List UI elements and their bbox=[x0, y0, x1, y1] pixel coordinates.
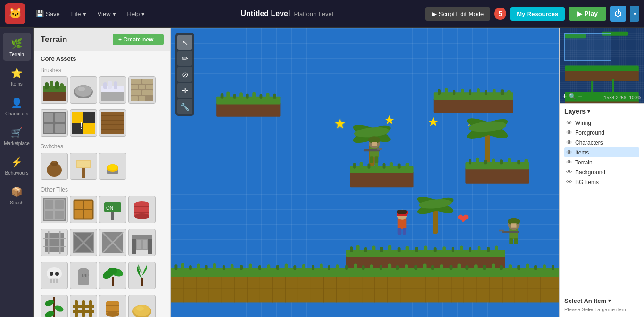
svg-point-46 bbox=[108, 164, 117, 170]
zoom-in-button[interactable]: + bbox=[562, 92, 567, 100]
tiles-grid-4 bbox=[34, 293, 170, 317]
asset-warning[interactable]: ! bbox=[70, 109, 97, 137]
play-button[interactable]: ▶ Play bbox=[569, 7, 606, 21]
asset-panel-scroll[interactable]: Core Assets Brushes bbox=[34, 51, 170, 317]
game-scene: ★ ★ ★ ★ bbox=[171, 28, 559, 317]
asset-stone[interactable] bbox=[128, 76, 156, 104]
layer-bg-items[interactable]: 👁 BG Items bbox=[564, 177, 639, 187]
svg-rect-304 bbox=[483, 265, 486, 270]
move-tool[interactable]: ✛ bbox=[177, 83, 192, 98]
svg-rect-311 bbox=[543, 264, 546, 270]
create-new-button[interactable]: + Create new... bbox=[113, 34, 164, 45]
other-tiles-header: Other Tiles bbox=[34, 184, 170, 194]
asset-fence1[interactable] bbox=[41, 229, 68, 256]
sidebar-item-characters[interactable]: 👤 Characters bbox=[3, 92, 31, 120]
power-dropdown[interactable]: ▾ bbox=[630, 6, 639, 22]
asset-plant2[interactable] bbox=[128, 262, 156, 289]
svg-rect-273 bbox=[213, 263, 216, 270]
asset-sack[interactable] bbox=[41, 153, 68, 180]
eye-icon[interactable]: 👁 bbox=[566, 119, 572, 126]
canvas-area[interactable]: ★ ★ ★ ★ bbox=[171, 28, 559, 317]
asset-vine1[interactable] bbox=[41, 295, 68, 317]
svg-rect-21 bbox=[142, 90, 153, 95]
sidebar-item-terrain[interactable]: 🌿 Terrain bbox=[3, 33, 31, 61]
svg-rect-104 bbox=[75, 300, 78, 317]
svg-rect-105 bbox=[82, 300, 85, 317]
layer-wiring[interactable]: 👁 Wiring bbox=[564, 118, 639, 128]
asset-metal-panel[interactable] bbox=[41, 196, 68, 223]
svg-rect-213 bbox=[509, 238, 513, 245]
layer-items[interactable]: 👁 Items bbox=[564, 147, 639, 157]
asset-barrel2[interactable] bbox=[99, 295, 126, 317]
asset-green-sign[interactable]: ON bbox=[99, 196, 126, 223]
sidebar-item-marketplace[interactable]: 🛒 Marketplace bbox=[3, 122, 31, 150]
notification-badge[interactable]: 5 bbox=[494, 8, 506, 20]
tiles-grid-2 bbox=[34, 227, 170, 260]
eraser-tool[interactable]: ⊘ bbox=[177, 67, 192, 82]
minimap[interactable]: + 🔍 − (1584,2256) 100% bbox=[560, 28, 644, 104]
select-tool[interactable]: ↖ bbox=[177, 35, 192, 50]
svg-rect-192 bbox=[377, 148, 382, 150]
script-edit-button[interactable]: ▶ Script Edit Mode bbox=[425, 7, 490, 21]
chevron-down-icon: ▾ bbox=[608, 298, 611, 304]
asset-barrel[interactable] bbox=[128, 196, 156, 223]
asset-wooden-crate[interactable] bbox=[70, 196, 97, 223]
layer-terrain[interactable]: 👁 Terrain bbox=[564, 157, 639, 167]
asset-fence2[interactable] bbox=[70, 229, 97, 256]
view-menu[interactable]: View ▾ bbox=[94, 8, 120, 19]
asset-wood[interactable] bbox=[99, 109, 126, 137]
layer-foreground[interactable]: 👁 Foreground bbox=[564, 128, 639, 138]
layer-characters[interactable]: 👁 Characters bbox=[564, 138, 639, 147]
asset-button[interactable] bbox=[99, 153, 126, 180]
svg-text:ON: ON bbox=[106, 205, 113, 211]
svg-rect-43 bbox=[77, 161, 90, 167]
asset-truss[interactable] bbox=[99, 229, 126, 256]
power-button[interactable]: ⏻ bbox=[610, 6, 626, 22]
eye-icon[interactable]: 👁 bbox=[566, 169, 572, 176]
layers-title: Layers ▾ bbox=[564, 107, 639, 115]
svg-rect-11 bbox=[103, 82, 107, 89]
layer-background[interactable]: 👁 Background bbox=[564, 167, 639, 177]
asset-signpost[interactable] bbox=[70, 153, 97, 180]
svg-rect-153 bbox=[501, 89, 504, 95]
asset-snow[interactable] bbox=[99, 76, 126, 104]
svg-rect-286 bbox=[328, 265, 330, 270]
brushes-header: Brushes bbox=[34, 64, 170, 74]
resources-button[interactable]: My Resources bbox=[510, 7, 565, 21]
svg-rect-227 bbox=[434, 247, 437, 252]
asset-plant1[interactable] bbox=[99, 262, 126, 289]
save-button[interactable]: 💾 Save bbox=[32, 8, 64, 19]
eye-icon[interactable]: 👁 bbox=[566, 179, 572, 186]
asset-gravestone[interactable]: RIP bbox=[70, 262, 97, 289]
svg-rect-148 bbox=[461, 89, 464, 95]
eye-icon[interactable]: 👁 bbox=[566, 149, 572, 156]
wrench-tool[interactable]: 🔧 bbox=[177, 99, 192, 114]
svg-rect-226 bbox=[424, 246, 428, 252]
asset-fence3[interactable] bbox=[70, 295, 97, 317]
asset-grass[interactable] bbox=[41, 76, 68, 104]
sidebar-item-items[interactable]: ⭐ Items bbox=[3, 63, 31, 90]
eye-icon[interactable]: 👁 bbox=[566, 159, 572, 166]
sidebar-item-stash[interactable]: 📦 Sta.sh bbox=[3, 181, 31, 209]
eye-icon[interactable]: 👁 bbox=[566, 139, 572, 146]
minimap-viewport[interactable] bbox=[564, 33, 611, 61]
asset-grey-rock[interactable] bbox=[41, 109, 68, 137]
minimap-controls: + 🔍 − bbox=[562, 92, 583, 100]
eye-icon[interactable]: 👁 bbox=[566, 129, 572, 136]
pencil-tool[interactable]: ✏ bbox=[177, 51, 192, 66]
asset-skull[interactable] bbox=[41, 262, 68, 289]
svg-rect-312 bbox=[552, 265, 554, 270]
svg-rect-89 bbox=[56, 279, 58, 283]
asset-gate[interactable] bbox=[128, 229, 156, 256]
zoom-out-button[interactable]: − bbox=[578, 92, 582, 100]
svg-rect-143 bbox=[434, 99, 513, 113]
zoom-search-icon[interactable]: 🔍 bbox=[569, 93, 576, 100]
file-menu[interactable]: File ▾ bbox=[67, 8, 90, 19]
help-menu[interactable]: Help ▾ bbox=[124, 8, 149, 19]
chevron-down-icon: ▾ bbox=[141, 10, 145, 17]
asset-rock[interactable] bbox=[70, 76, 97, 104]
asset-haystack[interactable] bbox=[128, 295, 156, 317]
sidebar-item-behaviours[interactable]: ⚡ Behaviours bbox=[3, 152, 31, 179]
svg-rect-26 bbox=[55, 113, 65, 122]
svg-rect-82 bbox=[143, 240, 147, 249]
